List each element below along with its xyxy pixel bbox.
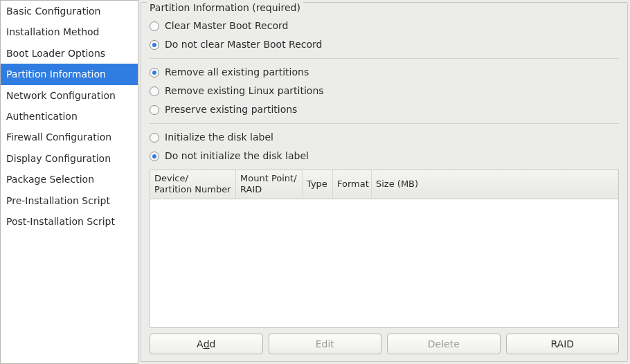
- radio-clear-mbr[interactable]: Clear Master Boot Record: [150, 17, 619, 35]
- partition-info-group: Partition Information (required) Clear M…: [141, 2, 628, 362]
- col-format[interactable]: Format: [333, 170, 372, 199]
- btn-text-pre: A: [197, 338, 204, 349]
- radio-icon: [150, 87, 159, 96]
- col-mount-line2: RAID: [240, 184, 298, 195]
- radio-label: Initialize the disk label: [165, 130, 273, 145]
- button-row: Add Edit Delete RAID: [150, 328, 619, 354]
- sidebar-item-boot-loader-options[interactable]: Boot Loader Options: [1, 43, 138, 64]
- sidebar-item-package-selection[interactable]: Package Selection: [1, 169, 138, 190]
- delete-button[interactable]: Delete: [387, 334, 501, 354]
- col-device-line1: Device/: [154, 173, 231, 184]
- btn-accel: d: [204, 338, 210, 349]
- radio-label: Remove all existing partitions: [165, 65, 309, 80]
- main-panel: Partition Information (required) Clear M…: [138, 0, 630, 364]
- col-mount[interactable]: Mount Point/ RAID: [236, 170, 303, 199]
- radio-icon: [150, 68, 159, 78]
- col-mount-line1: Mount Point/: [240, 173, 298, 184]
- partition-table: Device/ Partition Number Mount Point/ RA…: [150, 170, 619, 328]
- radio-do-not-initialize-disk-label[interactable]: Do not initialize the disk label: [150, 147, 619, 165]
- radio-label: Remove existing Linux partitions: [165, 84, 324, 98]
- radio-label: Preserve existing partitions: [165, 102, 297, 117]
- sidebar-item-pre-installation-script[interactable]: Pre-Installation Script: [1, 190, 138, 211]
- app-root: Basic Configuration Installation Method …: [0, 0, 630, 364]
- col-size[interactable]: Size (MB): [372, 170, 618, 199]
- radio-remove-all-partitions[interactable]: Remove all existing partitions: [150, 63, 619, 82]
- sidebar-item-firewall-configuration[interactable]: Firewall Configuration: [1, 127, 138, 147]
- separator: [150, 58, 619, 59]
- sidebar: Basic Configuration Installation Method …: [0, 0, 138, 364]
- radio-initialize-disk-label[interactable]: Initialize the disk label: [150, 128, 619, 147]
- edit-button[interactable]: Edit: [269, 334, 382, 354]
- radio-icon: [150, 152, 159, 161]
- separator: [150, 123, 619, 124]
- group-title: Partition Information (required): [147, 2, 303, 13]
- radio-preserve-partitions[interactable]: Preserve existing partitions: [150, 100, 619, 119]
- col-device-line2: Partition Number: [154, 184, 231, 195]
- sidebar-item-authentication[interactable]: Authentication: [1, 106, 138, 127]
- btn-text-post: d: [210, 338, 216, 349]
- radio-label: Do not initialize the disk label: [165, 149, 309, 163]
- table-header: Device/ Partition Number Mount Point/ RA…: [150, 170, 618, 199]
- sidebar-item-basic-configuration[interactable]: Basic Configuration: [1, 1, 138, 21]
- raid-button[interactable]: RAID: [506, 334, 620, 354]
- radio-do-not-clear-mbr[interactable]: Do not clear Master Boot Record: [150, 35, 619, 54]
- sidebar-item-display-configuration[interactable]: Display Configuration: [1, 148, 138, 169]
- radio-icon: [150, 105, 159, 115]
- add-button[interactable]: Add: [150, 334, 263, 354]
- radio-icon: [150, 40, 159, 50]
- sidebar-item-installation-method[interactable]: Installation Method: [1, 21, 138, 42]
- col-device[interactable]: Device/ Partition Number: [150, 170, 236, 199]
- radio-label: Clear Master Boot Record: [165, 19, 288, 33]
- sidebar-item-post-installation-script[interactable]: Post-Installation Script: [1, 211, 138, 232]
- radio-remove-linux-partitions[interactable]: Remove existing Linux partitions: [150, 82, 619, 100]
- table-body[interactable]: [150, 199, 618, 328]
- sidebar-item-partition-information[interactable]: Partition Information: [1, 64, 138, 84]
- col-type[interactable]: Type: [303, 170, 333, 199]
- radio-icon: [150, 133, 159, 143]
- sidebar-item-network-configuration[interactable]: Network Configuration: [1, 85, 138, 106]
- radio-label: Do not clear Master Boot Record: [165, 37, 322, 52]
- radio-icon: [150, 21, 159, 31]
